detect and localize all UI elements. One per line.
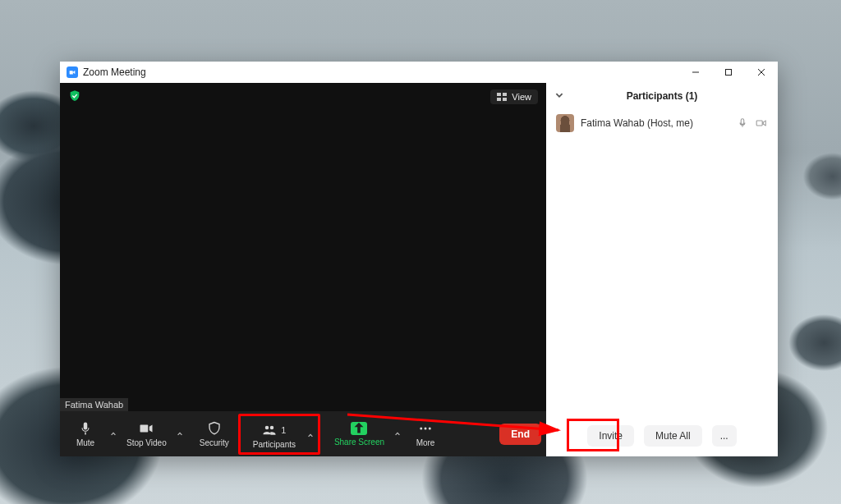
video-options-caret[interactable] <box>176 431 184 438</box>
minimize-button[interactable] <box>679 62 712 83</box>
svg-rect-0 <box>726 70 732 76</box>
video-area: View Fatima Wahab Mute Stop Video <box>60 83 546 456</box>
encryption-shield-icon[interactable] <box>68 89 81 103</box>
share-screen-button[interactable]: Share Screen <box>329 419 390 450</box>
video-canvas: View Fatima Wahab <box>60 83 546 411</box>
end-button[interactable]: End <box>499 424 541 445</box>
participants-highlight: 1 Participants <box>238 414 320 455</box>
participants-panel: Participants (1) Fatima Wahab (Host, me)… <box>546 83 778 456</box>
microphone-icon <box>737 117 748 129</box>
collapse-panel-button[interactable] <box>554 90 564 103</box>
participants-panel-footer: Invite Mute All ... <box>546 415 778 456</box>
svg-point-5 <box>420 427 422 429</box>
zoom-logo-icon <box>67 66 78 78</box>
svg-point-7 <box>429 427 431 429</box>
shield-icon <box>207 421 222 436</box>
view-label: View <box>512 92 531 102</box>
security-button[interactable]: Security <box>194 418 235 451</box>
share-options-caret[interactable] <box>393 431 402 438</box>
svg-rect-4 <box>503 98 507 101</box>
svg-rect-3 <box>497 98 501 101</box>
avatar <box>556 114 574 132</box>
more-dots-icon <box>418 421 433 436</box>
participants-count: 1 <box>281 425 286 435</box>
participants-panel-header: Participants (1) <box>546 83 778 109</box>
panel-more-button[interactable]: ... <box>712 425 737 447</box>
invite-button[interactable]: Invite <box>587 425 634 447</box>
people-icon <box>262 423 277 438</box>
participants-button[interactable]: 1 Participants <box>244 419 305 452</box>
participant-list: Fatima Wahab (Host, me) <box>546 109 778 415</box>
window-title: Zoom Meeting <box>83 66 146 78</box>
participant-row[interactable]: Fatima Wahab (Host, me) <box>554 111 770 135</box>
share-icon <box>351 422 367 435</box>
mute-button[interactable]: Mute <box>65 418 106 451</box>
svg-rect-1 <box>497 93 501 96</box>
video-icon <box>139 421 154 436</box>
grid-icon <box>497 93 507 101</box>
microphone-icon <box>78 421 93 436</box>
video-icon <box>755 117 768 129</box>
zoom-window: Zoom Meeting <box>60 62 778 456</box>
svg-rect-2 <box>503 93 507 96</box>
titlebar[interactable]: Zoom Meeting <box>60 62 778 83</box>
svg-point-6 <box>425 427 427 429</box>
meeting-toolbar: Mute Stop Video Security <box>60 411 546 456</box>
mute-options-caret[interactable] <box>109 431 117 438</box>
close-button[interactable] <box>745 62 778 83</box>
maximize-button[interactable] <box>712 62 745 83</box>
self-video-label: Fatima Wahab <box>60 398 128 411</box>
participants-title: Participants (1) <box>627 90 698 102</box>
chevron-down-icon <box>554 90 564 100</box>
participants-options-caret[interactable] <box>306 433 315 439</box>
stop-video-button[interactable]: Stop Video <box>121 418 172 451</box>
view-button[interactable]: View <box>490 89 538 104</box>
more-button[interactable]: More <box>405 418 446 451</box>
participant-name: Fatima Wahab (Host, me) <box>581 117 693 129</box>
mute-all-button[interactable]: Mute All <box>644 425 702 447</box>
